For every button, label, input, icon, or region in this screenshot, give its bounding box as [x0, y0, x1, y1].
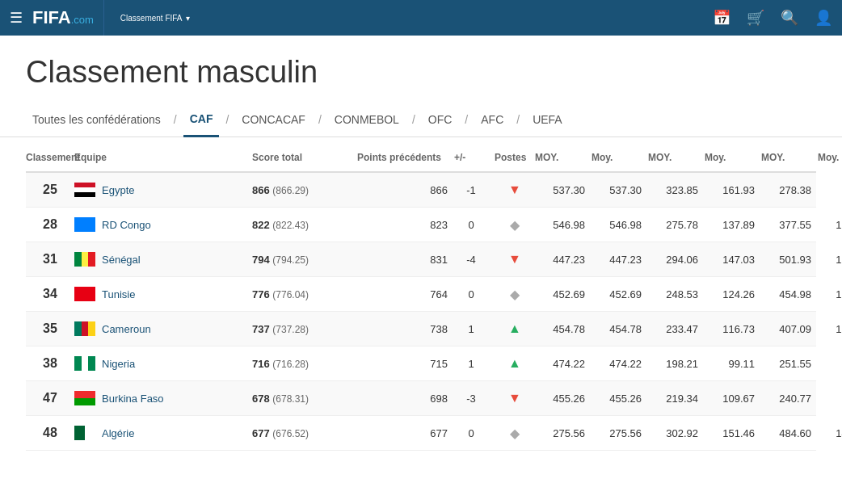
score-cell: 737 (737.28) [252, 323, 357, 335]
nav-arrow: ▾ [186, 14, 190, 23]
score-cell: 794 (794.25) [252, 254, 357, 266]
arrow-cell: ◆ [495, 426, 535, 441]
tab-caf[interactable]: CAF [183, 103, 220, 137]
tab-conmebol[interactable]: CONMEBOL [328, 103, 406, 136]
change-cell: 0 [454, 288, 495, 300]
team-name: RD Congo [102, 219, 151, 231]
rank-cell: 28 [26, 217, 74, 232]
search-icon[interactable]: 🔍 [781, 9, 798, 27]
moy6-cell: 136.49 [818, 288, 842, 300]
score-sub: (866.29) [272, 185, 309, 196]
header: ☰ FIFA.com Classement FIFA ▾ 📅 🛒 🔍 👤 [0, 0, 842, 36]
moy4-cell: 161.93 [705, 184, 761, 196]
flag-icon [74, 391, 95, 405]
arrow-cell: ▲ [495, 321, 535, 336]
moy4-cell: 109.67 [705, 393, 761, 405]
table-row[interactable]: 48 Algérie 677 (676.52) 677 0 ◆ 275.56 2… [26, 416, 816, 451]
arrow-cell: ◆ [495, 217, 535, 233]
arrow-neutral-icon: ◆ [510, 218, 520, 232]
team-cell: Sénégal [74, 252, 252, 267]
team-name: Nigeria [102, 358, 135, 370]
col-header-moy5: MOY. [761, 152, 818, 163]
table-row[interactable]: 31 Sénégal 794 (794.25) 831 -4 ▼ 447.23 … [26, 242, 816, 277]
change-cell: 0 [454, 219, 495, 231]
moy3-cell: 302.92 [648, 427, 705, 439]
moy6-cell: 122.13 [818, 323, 842, 335]
sep-5: / [458, 113, 474, 126]
tab-afc[interactable]: AFC [474, 103, 510, 136]
moy6-cell: 83.51 [818, 184, 842, 196]
moy5-cell: 454.98 [761, 288, 818, 300]
nav-label: Classement FIFA [120, 14, 183, 23]
col-header-score: Score total [252, 152, 357, 163]
tab-concacaf[interactable]: CONCACAF [235, 103, 312, 136]
moy6-cell: 113.27 [818, 219, 842, 231]
moy4-cell: 116.73 [705, 323, 761, 335]
tab-uefa[interactable]: UEFA [526, 103, 569, 136]
rank-cell: 25 [26, 183, 74, 197]
moy5-cell: 501.93 [761, 254, 818, 266]
table-row[interactable]: 38 Nigeria 716 (716.28) 715 1 ▲ 474.22 4… [26, 346, 816, 381]
arrow-down-icon: ▼ [508, 252, 521, 266]
arrow-neutral-icon: ◆ [510, 426, 520, 440]
rank-cell: 34 [26, 287, 74, 301]
prev-points-cell: 715 [357, 358, 454, 370]
team-name: Egypte [102, 184, 134, 196]
moy3-cell: 233.47 [648, 323, 705, 335]
moy3-cell: 294.06 [648, 254, 705, 266]
arrow-cell: ▲ [495, 356, 535, 371]
moy4-cell: 99.11 [705, 358, 761, 370]
score-sub: (822.43) [272, 220, 309, 231]
flag-icon [74, 321, 95, 336]
user-icon[interactable]: 👤 [815, 9, 832, 27]
arrow-cell: ▼ [495, 183, 535, 197]
tabs-container: Toutes les confédérations / CAF / CONCAC… [0, 103, 842, 137]
change-cell: 1 [454, 323, 495, 335]
moy5-cell: 251.55 [761, 358, 818, 370]
sep-1: / [167, 113, 183, 126]
team-name: Cameroun [102, 323, 151, 335]
menu-icon[interactable]: ☰ [10, 9, 23, 27]
moy2-cell: 546.98 [592, 219, 648, 231]
score-value: 794 [252, 254, 270, 266]
col-header-moy6: Moy. [818, 152, 842, 163]
moy5-cell: 484.60 [761, 427, 818, 439]
col-header-team: Equipe [74, 152, 252, 163]
prev-points-cell: 764 [357, 288, 454, 300]
table-row[interactable]: 28 RD Congo 822 (822.43) 823 0 ◆ 546.98 … [26, 208, 816, 242]
table-row[interactable]: 47 Burkina Faso 678 (678.31) 698 -3 ▼ 45… [26, 381, 816, 416]
table-row[interactable]: 34 Tunisie 776 (776.04) 764 0 ◆ 452.69 4… [26, 277, 816, 312]
prev-points-cell: 823 [357, 219, 454, 231]
tab-ofc[interactable]: OFC [422, 103, 459, 136]
score-value: 678 [252, 393, 270, 405]
moy2-cell: 275.56 [592, 427, 648, 439]
score-sub: (737.28) [272, 324, 309, 335]
score-sub: (678.31) [272, 393, 309, 405]
score-value: 677 [252, 427, 270, 439]
tab-toutes[interactable]: Toutes les confédérations [26, 103, 167, 136]
table-row[interactable]: 35 Cameroun 737 (737.28) 738 1 ▲ 454.78 … [26, 312, 816, 346]
rank-cell: 38 [26, 356, 74, 371]
table-container: Classement Equipe Score total Points pré… [0, 144, 842, 451]
calendar-icon[interactable]: 📅 [713, 9, 730, 27]
table-row[interactable]: 25 Egypte 866 (866.29) 866 -1 ▼ 537.30 5… [26, 173, 816, 208]
flag-icon [74, 287, 95, 301]
moy5-cell: 278.38 [761, 184, 818, 196]
nav-dropdown[interactable]: Classement FIFA ▾ [103, 0, 203, 36]
moy1-cell: 452.69 [535, 288, 592, 300]
col-header-moy1: MOY. [535, 152, 592, 163]
moy1-cell: 537.30 [535, 184, 592, 196]
prev-points-cell: 738 [357, 323, 454, 335]
score-cell: 866 (866.29) [252, 184, 357, 196]
table-header: Classement Equipe Score total Points pré… [26, 144, 816, 173]
sep-4: / [406, 113, 422, 126]
logo: FIFA.com [32, 7, 94, 28]
cart-icon[interactable]: 🛒 [747, 9, 764, 27]
score-value: 776 [252, 288, 270, 300]
moy3-cell: 323.85 [648, 184, 705, 196]
moy5-cell: 240.77 [761, 393, 818, 405]
score-cell: 716 (716.28) [252, 358, 357, 370]
team-name: Burkina Faso [102, 393, 164, 405]
arrow-down-icon: ▼ [508, 183, 521, 196]
team-cell: Egypte [74, 183, 252, 197]
